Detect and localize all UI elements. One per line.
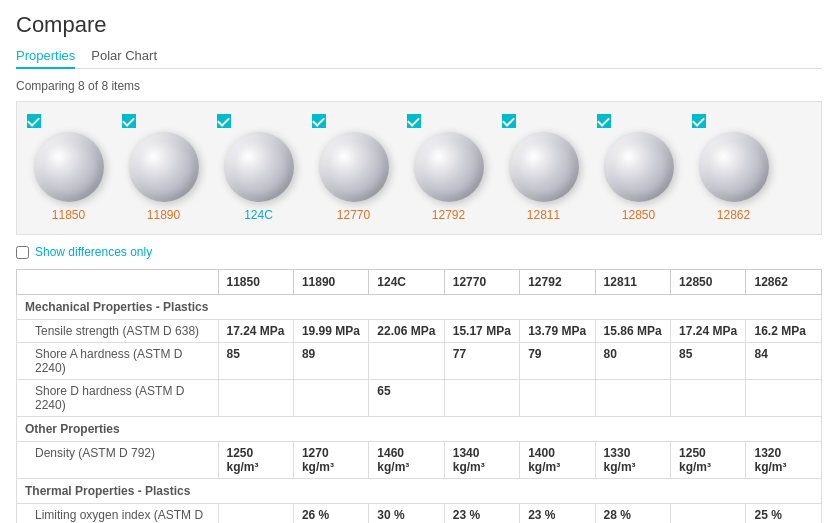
page-container: Compare Properties Polar Chart Comparing… [0, 0, 838, 523]
value-cell: 85 [218, 343, 293, 380]
item-checkbox-12770[interactable] [312, 114, 326, 128]
item-ball-11890 [129, 132, 199, 202]
value-cell: 80 [595, 343, 670, 380]
item-checkbox-12862[interactable] [692, 114, 706, 128]
value-cell: 17.24 MPa [218, 320, 293, 343]
value-cell [671, 504, 746, 524]
item-label-12811[interactable]: 12811 [527, 208, 560, 222]
prop-label-cell: Density (ASTM D 792) [17, 442, 219, 479]
value-cell [520, 380, 595, 417]
tabs-bar: Properties Polar Chart [16, 44, 822, 69]
table-header-row: 11850 11890 124C 12770 12792 12811 12850… [17, 270, 822, 295]
show-diff-row: Show differences only [16, 245, 822, 259]
item-label-124c[interactable]: 124C [244, 208, 273, 222]
show-diff-label[interactable]: Show differences only [35, 245, 152, 259]
item-checkbox-11850[interactable] [27, 114, 41, 128]
item-ball-11850 [34, 132, 104, 202]
item-label-12850[interactable]: 12850 [622, 208, 655, 222]
item-card-12811: 12811 [496, 110, 591, 226]
prop-label-cell: Shore A hardness (ASTM D 2240) [17, 343, 219, 380]
item-ball-12811 [509, 132, 579, 202]
item-label-12770[interactable]: 12770 [337, 208, 370, 222]
section-header-label-1: Other Properties [17, 417, 822, 442]
value-cell: 17.24 MPa [671, 320, 746, 343]
section-header-1: Other Properties [17, 417, 822, 442]
comparing-info: Comparing 8 of 8 items [16, 79, 822, 93]
value-cell: 1250 kg/m³ [218, 442, 293, 479]
value-cell: 26 % [293, 504, 368, 524]
item-ball-12862 [699, 132, 769, 202]
value-cell [218, 380, 293, 417]
item-ball-12792 [414, 132, 484, 202]
show-diff-checkbox[interactable] [16, 246, 29, 259]
tab-properties[interactable]: Properties [16, 44, 75, 69]
items-row: 11850 11890 124C 12770 12792 12811 [16, 101, 822, 235]
col-header-11890: 11890 [293, 270, 368, 295]
item-label-11850[interactable]: 11850 [52, 208, 85, 222]
value-cell [293, 380, 368, 417]
item-checkbox-12850[interactable] [597, 114, 611, 128]
value-cell: 22.06 MPa [369, 320, 444, 343]
item-card-124c: 124C [211, 110, 306, 226]
prop-label-cell: Tensile strength (ASTM D 638) [17, 320, 219, 343]
value-cell [444, 380, 519, 417]
value-cell: 85 [671, 343, 746, 380]
value-cell: 1460 kg/m³ [369, 442, 444, 479]
value-cell: 23 % [520, 504, 595, 524]
item-label-11890[interactable]: 11890 [147, 208, 180, 222]
col-header-124c: 124C [369, 270, 444, 295]
value-cell: 79 [520, 343, 595, 380]
value-cell [218, 504, 293, 524]
value-cell: 1250 kg/m³ [671, 442, 746, 479]
item-card-12770: 12770 [306, 110, 401, 226]
prop-label-cell: Shore D hardness (ASTM D 2240) [17, 380, 219, 417]
item-checkbox-12811[interactable] [502, 114, 516, 128]
item-card-11890: 11890 [116, 110, 211, 226]
col-header-11850: 11850 [218, 270, 293, 295]
item-checkbox-11890[interactable] [122, 114, 136, 128]
col-header-12850: 12850 [671, 270, 746, 295]
table-body: Mechanical Properties - PlasticsTensile … [17, 295, 822, 524]
item-ball-12850 [604, 132, 674, 202]
value-cell: 89 [293, 343, 368, 380]
item-ball-12770 [319, 132, 389, 202]
value-cell [595, 380, 670, 417]
value-cell: 25 % [746, 504, 822, 524]
table-row: Tensile strength (ASTM D 638)17.24 MPa19… [17, 320, 822, 343]
table-row: Shore D hardness (ASTM D 2240)65 [17, 380, 822, 417]
section-header-label-0: Mechanical Properties - Plastics [17, 295, 822, 320]
value-cell: 1320 kg/m³ [746, 442, 822, 479]
value-cell: 23 % [444, 504, 519, 524]
value-cell: 77 [444, 343, 519, 380]
col-header-12792: 12792 [520, 270, 595, 295]
col-header-12862: 12862 [746, 270, 822, 295]
value-cell [369, 343, 444, 380]
value-cell [746, 380, 822, 417]
item-card-12792: 12792 [401, 110, 496, 226]
item-ball-124c [224, 132, 294, 202]
section-header-2: Thermal Properties - Plastics [17, 479, 822, 504]
item-checkbox-12792[interactable] [407, 114, 421, 128]
item-checkbox-124c[interactable] [217, 114, 231, 128]
page-title: Compare [16, 12, 822, 38]
value-cell [671, 380, 746, 417]
value-cell: 15.17 MPa [444, 320, 519, 343]
value-cell: 15.86 MPa [595, 320, 670, 343]
compare-table: 11850 11890 124C 12770 12792 12811 12850… [16, 269, 822, 523]
item-card-11850: 11850 [21, 110, 116, 226]
value-cell: 19.99 MPa [293, 320, 368, 343]
table-row: Limiting oxygen index (ASTM D 2863)26 %3… [17, 504, 822, 524]
value-cell: 1340 kg/m³ [444, 442, 519, 479]
table-row: Shore A hardness (ASTM D 2240)8589777980… [17, 343, 822, 380]
table-row: Density (ASTM D 792)1250 kg/m³1270 kg/m³… [17, 442, 822, 479]
section-header-label-2: Thermal Properties - Plastics [17, 479, 822, 504]
tab-polar-chart[interactable]: Polar Chart [91, 44, 157, 69]
value-cell: 28 % [595, 504, 670, 524]
item-label-12792[interactable]: 12792 [432, 208, 465, 222]
item-card-12862: 12862 [686, 110, 781, 226]
value-cell: 16.2 MPa [746, 320, 822, 343]
value-cell: 13.79 MPa [520, 320, 595, 343]
value-cell: 30 % [369, 504, 444, 524]
item-label-12862[interactable]: 12862 [717, 208, 750, 222]
value-cell: 84 [746, 343, 822, 380]
